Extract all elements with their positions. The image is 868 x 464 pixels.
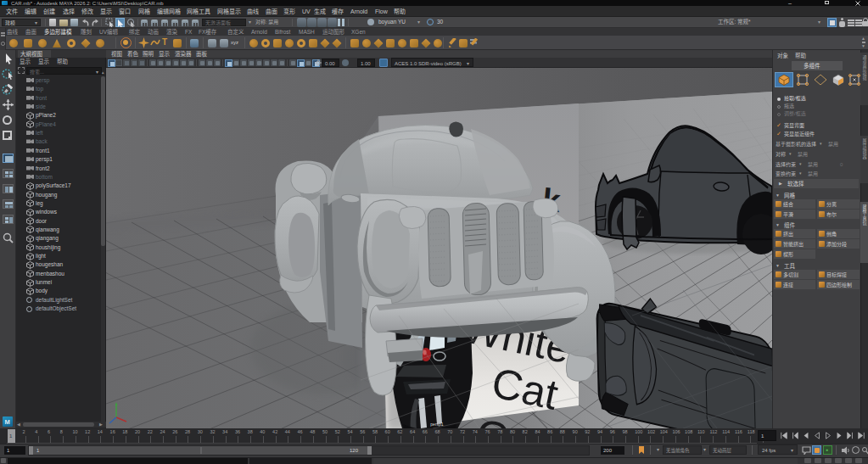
svg-text:persp1: persp1 [430, 422, 444, 427]
